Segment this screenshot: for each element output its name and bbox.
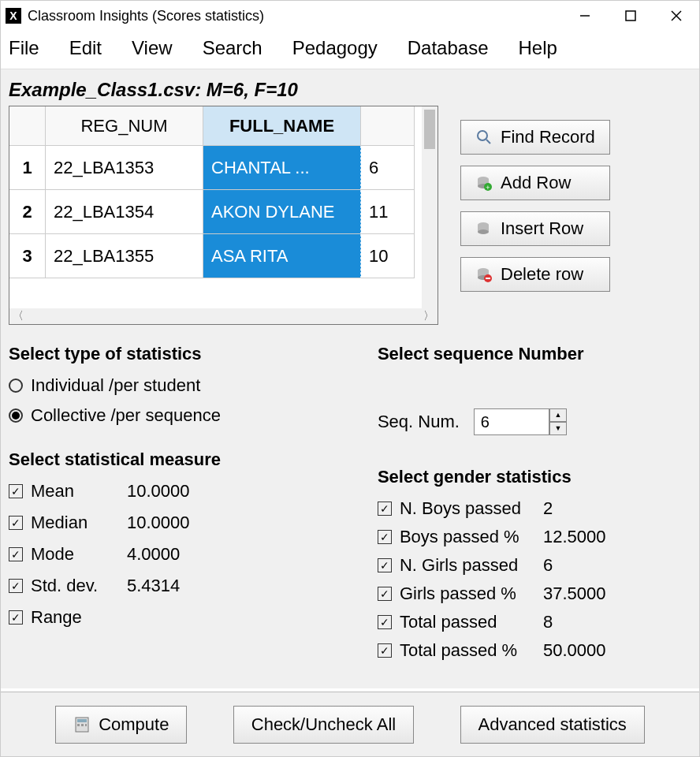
check-all-button[interactable]: Check/Uncheck All <box>233 706 414 744</box>
gender-boys-passed-[interactable]: Boys passed % <box>378 527 543 547</box>
close-icon <box>671 10 682 21</box>
table-header-regnum[interactable]: REG_NUM <box>46 106 203 146</box>
menu-file[interactable]: File <box>9 37 39 59</box>
measure-mode[interactable]: Mode <box>9 544 127 565</box>
gender-label: Total passed % <box>400 640 517 661</box>
measure-mean[interactable]: Mean <box>9 481 127 502</box>
calculator-icon <box>73 716 91 733</box>
insert-row-label: Insert Row <box>501 218 583 239</box>
content-area: Example_Class1.csv: M=6, F=10 REG_NUM FU… <box>1 69 699 688</box>
measure-range[interactable]: Range <box>9 607 127 628</box>
horizontal-scrollbar[interactable]: 〈 〉 <box>9 308 438 324</box>
menu-database[interactable]: Database <box>408 37 489 59</box>
gender-title: Select gender statistics <box>378 467 691 487</box>
sequence-up-button[interactable]: ▲ <box>549 408 567 422</box>
gender-label: Girls passed % <box>400 584 516 604</box>
table-cell-score[interactable]: 11 <box>361 190 415 234</box>
measure-label: Mode <box>31 544 74 565</box>
compute-button[interactable]: Compute <box>55 706 187 744</box>
measure-median[interactable]: Median <box>9 513 127 533</box>
radio-collective[interactable]: Collective /per sequence <box>9 405 354 426</box>
menu-edit[interactable]: Edit <box>69 37 102 59</box>
gender-girls-passed-[interactable]: Girls passed % <box>378 584 543 604</box>
gender-label: N. Boys passed <box>400 498 521 519</box>
vertical-scrollbar[interactable] <box>422 106 438 308</box>
delete-row-button[interactable]: Delete row <box>460 257 610 292</box>
scroll-left-icon[interactable]: 〈 <box>13 309 24 323</box>
table-cell-reg[interactable]: 22_LBA1354 <box>46 190 203 234</box>
titlebar: X Classroom Insights (Scores statistics) <box>1 1 699 31</box>
table-row-num[interactable]: 1 <box>9 146 46 190</box>
window-title: Classroom Insights (Scores statistics) <box>28 8 264 24</box>
radio-individual-label: Individual /per student <box>31 375 200 396</box>
svg-point-13 <box>478 229 489 234</box>
gender-total-passed[interactable]: Total passed <box>378 612 543 632</box>
svg-rect-20 <box>77 719 87 722</box>
radio-individual[interactable]: Individual /per student <box>9 375 354 396</box>
svg-rect-21 <box>77 724 80 726</box>
db-delete-icon <box>475 266 493 283</box>
table-cell-reg[interactable]: 22_LBA1355 <box>46 234 203 278</box>
table-cell-name[interactable]: AKON DYLANE <box>203 190 361 234</box>
radio-icon <box>9 378 23 393</box>
checkbox-icon <box>378 643 392 658</box>
search-icon <box>475 129 493 146</box>
measures-title: Select statistical measure <box>9 449 354 470</box>
svg-rect-23 <box>85 724 87 726</box>
svg-rect-18 <box>486 278 490 279</box>
maximize-icon <box>625 10 636 21</box>
table-cell-name[interactable]: ASA RITA <box>203 234 361 278</box>
find-record-button[interactable]: Find Record <box>460 120 610 155</box>
checkbox-icon <box>9 579 23 593</box>
stats-type-title: Select type of statistics <box>9 344 354 364</box>
table-cell-score[interactable]: 6 <box>361 146 415 190</box>
scroll-right-icon[interactable]: 〉 <box>423 309 434 323</box>
gender-label: Boys passed % <box>400 527 519 547</box>
menu-search[interactable]: Search <box>203 37 262 59</box>
advanced-button[interactable]: Advanced statistics <box>460 706 645 744</box>
svg-line-5 <box>486 140 490 144</box>
gender-n-boys-passed[interactable]: N. Boys passed <box>378 498 543 519</box>
menu-help[interactable]: Help <box>519 37 557 59</box>
gender-label: N. Girls passed <box>400 555 518 576</box>
measure-value: 10.0000 <box>127 513 237 533</box>
minimize-icon <box>579 10 590 21</box>
close-button[interactable] <box>653 1 699 31</box>
find-record-label: Find Record <box>501 127 595 147</box>
table-row-num[interactable]: 3 <box>9 234 46 278</box>
measure-std-dev-[interactable]: Std. dev. <box>9 576 127 596</box>
measure-value <box>127 607 237 628</box>
table-cell-reg[interactable]: 22_LBA1353 <box>46 146 203 190</box>
minimize-button[interactable] <box>562 1 608 31</box>
table-cell-score[interactable]: 10 <box>361 234 415 278</box>
measure-value: 5.4314 <box>127 576 237 596</box>
checkbox-icon <box>378 502 392 516</box>
file-summary: Example_Class1.csv: M=6, F=10 <box>9 79 691 101</box>
gender-total-passed-[interactable]: Total passed % <box>378 640 543 661</box>
table-header-blank[interactable] <box>9 106 46 146</box>
checkbox-icon <box>378 615 392 629</box>
table-cell-name[interactable]: CHANTAL ... <box>203 146 361 190</box>
radio-icon <box>9 408 23 423</box>
sequence-down-button[interactable]: ▼ <box>549 422 567 435</box>
table-header-fullname[interactable]: FULL_NAME <box>203 106 361 146</box>
measure-label: Range <box>31 607 82 628</box>
checkbox-icon <box>9 610 23 625</box>
check-all-label: Check/Uncheck All <box>251 714 396 735</box>
sequence-input[interactable] <box>474 408 549 435</box>
data-table[interactable]: REG_NUM FULL_NAME 1 22_LBA1353 CHANTAL .… <box>9 106 438 325</box>
table-header-score[interactable] <box>361 106 415 146</box>
maximize-button[interactable] <box>608 1 653 31</box>
checkbox-icon <box>378 530 392 544</box>
add-row-label: Add Row <box>501 173 571 193</box>
measure-label: Mean <box>31 481 74 502</box>
gender-n-girls-passed[interactable]: N. Girls passed <box>378 555 543 576</box>
menu-view[interactable]: View <box>132 37 173 59</box>
table-row-num[interactable]: 2 <box>9 190 46 234</box>
menu-pedagogy[interactable]: Pedagogy <box>292 37 378 59</box>
sequence-title: Select sequence Number <box>378 344 691 364</box>
add-row-button[interactable]: + Add Row <box>460 166 610 200</box>
insert-row-button[interactable]: Insert Row <box>460 211 610 246</box>
gender-value: 2 <box>543 498 630 519</box>
bottom-bar: Compute Check/Uncheck All Advanced stati… <box>1 692 699 756</box>
